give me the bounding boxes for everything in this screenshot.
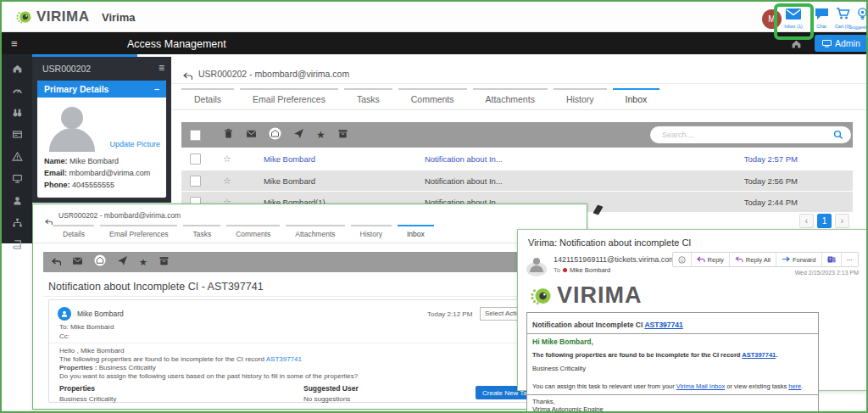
star-toggle-icon[interactable]: ☆	[223, 176, 231, 187]
sidebar-item-docs[interactable]	[12, 239, 23, 250]
send-icon[interactable]	[117, 254, 128, 270]
reply-button[interactable]: Reply	[691, 253, 729, 266]
teams-share-button[interactable]: T	[821, 253, 841, 266]
update-picture-link[interactable]: Update Picture	[109, 140, 160, 148]
body-text: The following properties are found to be…	[532, 351, 742, 359]
ci-record-link[interactable]: AST397741	[266, 355, 302, 363]
email-row[interactable]: ☆ Mike Bombard Notification about In... …	[181, 148, 853, 170]
notification-body-box: Hi Mike Bombard, The following propertie…	[526, 333, 819, 395]
logo-wordmark: VIRIMA	[557, 282, 643, 309]
sidebar-nav	[2, 54, 32, 243]
archive-icon[interactable]	[159, 254, 170, 270]
back-icon[interactable]	[52, 254, 61, 270]
search-icon[interactable]	[833, 130, 843, 140]
sidebar-item-alerts[interactable]	[12, 151, 23, 162]
email-time: Today 2:44 PM	[744, 198, 798, 207]
reply-all-label: Reply All	[746, 256, 771, 264]
mail-body-line2: Business Criticality	[532, 365, 813, 372]
to-name[interactable]: Mike Bombard	[570, 266, 610, 274]
primary-details-header[interactable]: Primary Details −	[37, 81, 166, 98]
back-icon[interactable]	[45, 214, 53, 229]
forward-button[interactable]: Forward	[776, 253, 821, 266]
divider	[171, 109, 868, 110]
email-subject: Notification about In...	[425, 176, 679, 186]
body-question: Do you want to assign the following user…	[59, 372, 358, 380]
ci-record-link[interactable]: AST397741	[644, 321, 682, 329]
existing-tasks-link[interactable]: here	[788, 382, 801, 390]
mark-read-icon[interactable]	[269, 127, 281, 143]
tab-details[interactable]: Details	[181, 88, 234, 109]
table-col-properties: Properties	[59, 384, 95, 393]
collapse-icon[interactable]: −	[154, 84, 159, 94]
message-time: Today 2:12 PM	[427, 310, 472, 318]
body-properties-line: Properties : Business Criticality	[59, 364, 156, 371]
row-checkbox[interactable]	[190, 153, 201, 165]
tab-details[interactable]: Details	[53, 225, 94, 243]
tab-history[interactable]: History	[351, 225, 392, 243]
breadcrumb: USR000202 - mbombard@virima.com	[198, 69, 349, 79]
tab-tasks[interactable]: Tasks	[344, 88, 392, 109]
tab-attachments[interactable]: Attachments	[286, 225, 344, 243]
sidebar-item-devices[interactable]	[12, 173, 23, 184]
delete-icon[interactable]	[223, 127, 234, 142]
email-row[interactable]: ☆ Mike Bombard Notification about In... …	[181, 170, 853, 191]
tab-history[interactable]: History	[554, 88, 607, 109]
emoji-reaction-button[interactable]	[673, 253, 691, 266]
tab-comments[interactable]: Comments	[226, 225, 280, 243]
properties-value: Business Criticality	[97, 364, 155, 371]
to-label: To	[554, 266, 560, 274]
star-icon[interactable]: ★	[139, 258, 147, 267]
smiley-icon	[678, 256, 686, 264]
user-name-row: Name: Mike Bombard	[44, 157, 119, 165]
sidebar-item-users[interactable]	[12, 195, 23, 206]
mark-unread-icon[interactable]	[72, 254, 83, 270]
body-text: The following properties are found to be…	[59, 355, 266, 363]
tab-inbox[interactable]: Inbox	[613, 88, 660, 109]
more-actions-button[interactable]: ⋯	[841, 253, 859, 266]
row-checkbox[interactable]	[190, 176, 201, 187]
next-page-button[interactable]: ›	[835, 214, 849, 228]
mark-unread-icon[interactable]	[246, 127, 257, 142]
panel-menu-icon[interactable]: ≡	[159, 62, 164, 74]
suggestions-nav[interactable]: Suggestions	[848, 8, 868, 30]
star-toggle-icon[interactable]: ☆	[223, 153, 231, 165]
star-icon[interactable]: ★	[316, 130, 326, 140]
reply-label: Reply	[708, 256, 724, 264]
ci-record-link[interactable]: AST397741	[742, 351, 776, 359]
back-icon[interactable]	[183, 69, 192, 84]
cc-line: Cc:	[59, 332, 70, 340]
reply-all-button[interactable]: Reply All	[729, 253, 776, 266]
current-page[interactable]: 1	[817, 214, 832, 228]
body-text: or view existing tasks	[725, 382, 788, 390]
mail-body-line1: The following properties are found to be…	[532, 351, 813, 359]
mail-subject: Virima: Notification about incomplete CI	[528, 237, 691, 248]
sidebar-item-discovery[interactable]	[12, 107, 23, 118]
virima-mail-inbox-link[interactable]: Virima Mail Inbox	[676, 382, 725, 390]
email-subject: Notification about In...	[425, 154, 679, 164]
highlight-box	[774, 3, 814, 40]
sidebar-item-home[interactable]	[12, 63, 23, 74]
sidebar-item-assets[interactable]	[12, 129, 23, 140]
primary-details-title: Primary Details	[44, 84, 108, 94]
prev-page-button[interactable]: ‹	[799, 214, 814, 228]
send-icon[interactable]	[293, 127, 304, 142]
sidebar-item-topology[interactable]	[12, 217, 23, 228]
tab-attachments[interactable]: Attachments	[473, 88, 548, 109]
message-title: Notification about Incomplete CI - AST39…	[48, 281, 264, 293]
mark-read-icon[interactable]	[94, 254, 106, 270]
body-greeting: Hello , Mike Bombard	[59, 347, 124, 354]
notification-title: Notification about Incomplete CI	[532, 321, 644, 329]
tab-inbox[interactable]: Inbox	[398, 225, 434, 243]
archive-icon[interactable]	[337, 127, 348, 142]
sender-avatar-icon	[526, 262, 547, 276]
tab-email-preferences[interactable]: Email Preferences	[100, 225, 177, 243]
tab-tasks[interactable]: Tasks	[183, 225, 220, 243]
svg-text:T: T	[829, 258, 832, 262]
select-all-checkbox[interactable]	[190, 130, 201, 141]
admin-button[interactable]: Admin	[815, 35, 868, 52]
sidebar-item-dashboard[interactable]	[12, 85, 23, 96]
search-input[interactable]	[650, 131, 833, 139]
tab-comments[interactable]: Comments	[398, 88, 467, 109]
tab-email-preferences[interactable]: Email Preferences	[240, 88, 338, 109]
menu-icon[interactable]: ≡	[11, 37, 18, 50]
